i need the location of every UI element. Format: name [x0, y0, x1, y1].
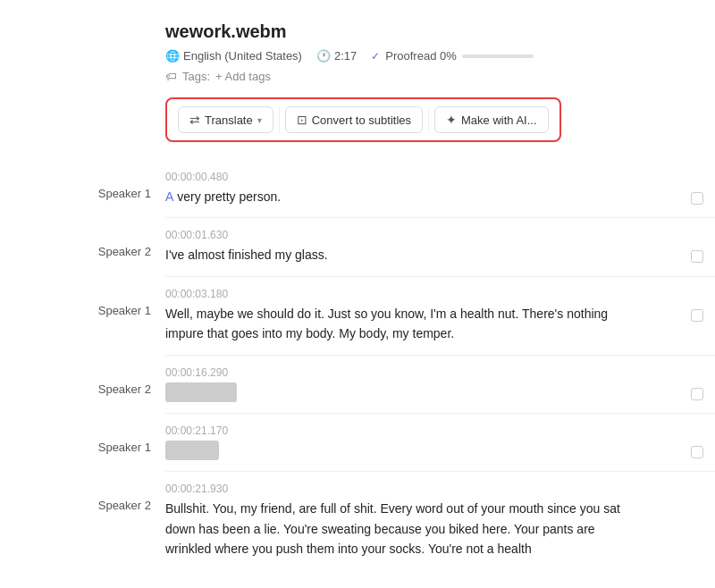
- translate-icon: ⇄: [189, 113, 200, 127]
- transcript-text: Bullshit. You, my friend, are full of sh…: [165, 499, 644, 559]
- table-row: Speaker 1: [0, 441, 715, 471]
- table-row: Speaker 1 Well, maybe we should do it. J…: [0, 304, 715, 355]
- transcript-area: 00:00:00.480 Speaker 1 A very pretty per…: [0, 160, 715, 570]
- ai-icon: ✦: [446, 113, 457, 127]
- speaker-label: Speaker 2: [0, 245, 165, 258]
- table-row: 00:00:21.170: [0, 414, 715, 441]
- blurred-content: [165, 382, 237, 402]
- tags-row: 🏷 Tags: + Add tags: [165, 70, 715, 83]
- segment-checkbox[interactable]: [691, 192, 703, 205]
- speaker-label: Speaker 1: [0, 441, 165, 454]
- make-ai-button[interactable]: ✦ Make with AI...: [434, 106, 549, 133]
- speaker-label: Speaker 1: [0, 304, 165, 317]
- transcript-text: Well, maybe we should do it. Just so you…: [165, 304, 644, 344]
- table-row: 00:00:21.930: [0, 472, 715, 499]
- table-row: Speaker 2: [0, 382, 715, 413]
- transcript-text: A very pretty person.: [165, 187, 644, 206]
- add-tags-label: + Add tags: [215, 70, 271, 83]
- toolbar-section: ⇄ Translate ▾ ⊡ Convert to subtitles ✦ M…: [0, 97, 715, 142]
- tags-label: Tags:: [182, 70, 210, 83]
- table-row: 00:00:16.290: [0, 356, 715, 382]
- table-row: 00:00:01.630: [0, 218, 715, 245]
- table-row: Speaker 2 I've almost finished my glass.: [0, 245, 715, 275]
- timestamp: 00:00:01.630: [165, 229, 644, 241]
- timestamp: 00:00:21.170: [165, 424, 644, 437]
- timestamp: 00:00:16.290: [165, 366, 644, 379]
- timestamp: 00:00:03.180: [165, 288, 644, 300]
- file-title: wework.webm: [165, 21, 715, 42]
- translate-chevron-icon: ▾: [257, 115, 262, 125]
- duration-label: 2:17: [334, 49, 357, 63]
- toolbar-box: ⇄ Translate ▾ ⊡ Convert to subtitles ✦ M…: [165, 97, 561, 142]
- proofread-meta: ✓ Proofread 0%: [371, 49, 534, 63]
- language-meta: 🌐 English (United States): [165, 49, 302, 63]
- translate-label: Translate: [205, 113, 253, 127]
- segment-checkbox[interactable]: [691, 309, 703, 322]
- segment-checkbox[interactable]: [691, 250, 703, 263]
- table-row: Speaker 1 A very pretty person.: [0, 187, 715, 217]
- duration-meta: 🕐 2:17: [316, 49, 357, 63]
- transcript-text: I've almost finished my glass.: [165, 245, 644, 265]
- colored-letter: A: [165, 189, 173, 204]
- make-ai-label: Make with AI...: [461, 113, 537, 127]
- tag-icon: 🏷: [165, 70, 177, 83]
- segment-checkbox[interactable]: [691, 446, 703, 458]
- speaker-label: Speaker 2: [0, 382, 165, 396]
- table-row: Speaker 2 Bullshit. You, my friend, are …: [0, 499, 715, 569]
- translate-button[interactable]: ⇄ Translate ▾: [178, 106, 273, 133]
- timestamp: 00:00:21.930: [165, 483, 644, 495]
- table-row: 00:00:03.180: [0, 277, 715, 304]
- timestamp: 00:00:00.480: [165, 171, 644, 183]
- proofread-label: Proofread 0%: [385, 49, 457, 63]
- convert-subtitles-button[interactable]: ⊡ Convert to subtitles: [285, 106, 423, 133]
- table-row: 00:00:00.480: [0, 160, 715, 187]
- add-tags-button[interactable]: + Add tags: [215, 70, 271, 83]
- transcript-text: [165, 382, 644, 402]
- segment-checkbox[interactable]: [691, 388, 703, 400]
- blurred-content: [165, 441, 219, 460]
- meta-row: 🌐 English (United States) 🕐 2:17 ✓ Proof…: [165, 49, 715, 63]
- clock-icon: 🕐: [316, 49, 331, 63]
- toolbar-divider-1: [279, 107, 280, 132]
- speaker-label: Speaker 1: [0, 187, 165, 200]
- toolbar-divider-2: [428, 107, 429, 132]
- language-label: English (United States): [183, 49, 302, 63]
- speaker-label: Speaker 2: [0, 499, 165, 512]
- globe-icon: 🌐: [165, 49, 180, 63]
- convert-label: Convert to subtitles: [312, 113, 411, 127]
- transcript-text: [165, 441, 644, 460]
- subtitles-icon: ⊡: [297, 113, 307, 127]
- checkmark-icon: ✓: [371, 50, 380, 63]
- proofread-bar: [462, 55, 534, 58]
